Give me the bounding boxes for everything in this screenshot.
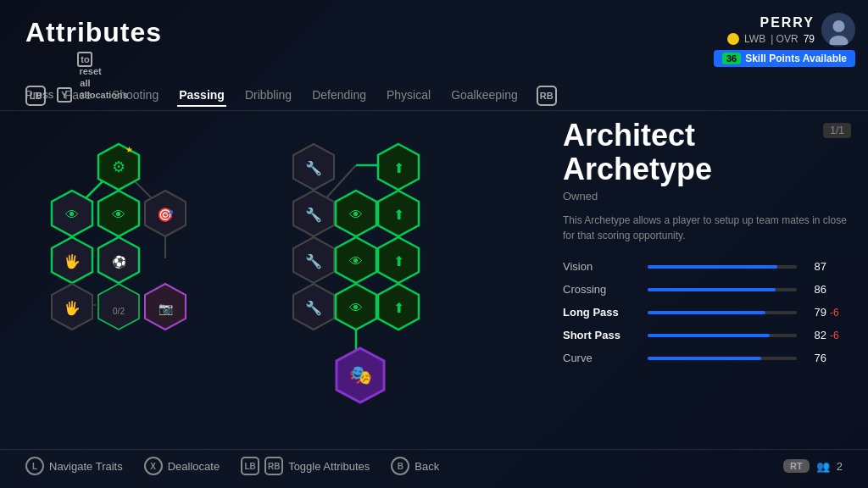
left-node-4[interactable]: 🖐 — [50, 236, 94, 288]
stat-label-longpass: Long Pass — [563, 306, 639, 319]
b-button[interactable]: B — [391, 457, 409, 475]
stat-label-vision: Vision — [563, 260, 639, 273]
bottom-right-controls: RT 👥 2 — [783, 459, 843, 473]
svg-point-1 — [829, 36, 848, 45]
l-button[interactable]: L — [25, 457, 44, 475]
separator-bottom — [0, 449, 868, 450]
stat-modifier-shortpass: -6 — [830, 330, 851, 341]
control-deallocate: X Deallocate — [144, 457, 220, 475]
svg-text:👁: 👁 — [349, 208, 363, 222]
stat-label-curve: Curve — [563, 352, 639, 364]
stat-bar-crossing-bg — [648, 288, 797, 291]
tab-defending[interactable]: Defending — [310, 85, 368, 107]
svg-text:🖐: 🖐 — [64, 300, 81, 316]
svg-text:★: ★ — [125, 145, 133, 154]
stat-bar-shortpass-bg — [648, 334, 797, 337]
stat-value-vision: 87 — [805, 260, 826, 273]
left-bottom-1[interactable]: 🖐 — [50, 282, 94, 335]
stat-bar-longpass — [648, 311, 765, 314]
stat-value-shortpass: 82 — [805, 329, 826, 341]
lb-button[interactable]: LB — [25, 86, 46, 106]
archetype-title: Architect Archetype — [563, 119, 851, 186]
svg-text:🖐: 🖐 — [64, 253, 81, 269]
left-node-3[interactable]: 🎯 — [143, 189, 187, 241]
left-top-node[interactable]: ⚙ ★ — [97, 142, 141, 195]
right-node-row3-2[interactable]: 👁 — [334, 236, 378, 288]
right-node-row4-3[interactable]: ⬆ — [376, 282, 420, 335]
player-avatar — [821, 13, 855, 47]
svg-text:⬆: ⬆ — [393, 208, 404, 222]
svg-text:⚽: ⚽ — [112, 255, 127, 269]
stat-bar-curve — [648, 357, 761, 360]
skill-points-label: Skill Points Available — [745, 53, 847, 64]
bottom-bar: L Navigate Traits X Deallocate LB RB Tog… — [25, 457, 843, 475]
left-node-5[interactable]: ⚽ — [97, 236, 141, 288]
svg-text:👁: 👁 — [349, 254, 363, 269]
stat-bar-longpass-bg — [648, 311, 797, 314]
ovr-label: | OVR — [771, 33, 798, 45]
stat-label-shortpass: Short Pass — [563, 329, 639, 341]
player-card: PERRY LWB | OVR 79 36 Skill Points Avail… — [714, 13, 855, 67]
right-top-left[interactable]: 🔧 — [292, 142, 336, 195]
right-node-row4-1[interactable]: 🔧 — [292, 282, 336, 335]
special-node[interactable]: 🎭 — [334, 346, 387, 408]
back-label: Back — [415, 460, 439, 473]
svg-text:0/2: 0/2 — [113, 307, 125, 316]
stat-bar-crossing — [648, 288, 776, 291]
left-node-2[interactable]: 👁 — [97, 189, 141, 241]
lb-button-bottom[interactable]: LB — [241, 457, 259, 475]
right-top-right[interactable]: ⬆ — [376, 142, 420, 195]
tab-dribbling[interactable]: Dribbling — [243, 85, 293, 107]
people-count: 2 — [837, 460, 843, 473]
skill-tree: ⚙ ★ 👁 👁 🎯 🖐 ⚽ — [25, 119, 551, 458]
right-node-row4-2[interactable]: 👁 — [334, 282, 378, 335]
archetype-description: This Archetype allows a player to setup … — [563, 213, 851, 243]
nav-tabs[interactable]: LB Pace Shooting Passing Dribbling Defen… — [25, 85, 557, 107]
x-button[interactable]: X — [144, 457, 163, 475]
stat-vision: Vision 87 — [563, 260, 851, 273]
stat-crossing: Crossing 86 — [563, 283, 851, 296]
svg-text:🎭: 🎭 — [349, 363, 373, 386]
svg-text:⚙: ⚙ — [112, 158, 125, 175]
skill-points-bar: 36 Skill Points Available — [714, 50, 855, 67]
svg-text:⬆: ⬆ — [393, 161, 404, 175]
control-toggle: LB RB Toggle Attributes — [241, 457, 370, 475]
svg-text:⬆: ⬆ — [393, 254, 404, 269]
right-node-row2-3[interactable]: ⬆ — [376, 189, 420, 241]
stat-bar-vision — [648, 265, 777, 269]
stat-longpass: Long Pass 79 -6 — [563, 306, 851, 319]
rb-button-bottom[interactable]: RB — [264, 457, 283, 475]
left-node-1[interactable]: 👁 — [50, 189, 94, 241]
tab-shooting[interactable]: Shooting — [110, 85, 160, 107]
stat-modifier-longpass: -6 — [830, 307, 851, 319]
svg-text:⬆: ⬆ — [393, 301, 404, 315]
left-bottom-2[interactable]: 📷 — [143, 282, 187, 335]
svg-text:🔧: 🔧 — [305, 253, 322, 269]
tab-passing[interactable]: Passing — [177, 85, 226, 107]
tab-physical[interactable]: Physical — [385, 85, 432, 107]
stat-value-longpass: 79 — [805, 306, 826, 319]
left-counter-node[interactable]: 0/2 — [97, 282, 141, 335]
stat-shortpass: Short Pass 82 -6 — [563, 329, 851, 341]
subtitle-text: to reset all allocations — [77, 52, 92, 67]
svg-text:🔧: 🔧 — [305, 207, 322, 223]
right-node-row2-2[interactable]: 👁 — [334, 189, 378, 241]
tab-goalkeeping[interactable]: Goalkeeping — [449, 85, 520, 107]
control-navigate: L Navigate Traits — [25, 457, 123, 475]
right-node-row3-3[interactable]: ⬆ — [376, 236, 420, 288]
rt-button[interactable]: RT — [783, 459, 810, 473]
right-node-row2-1[interactable]: 🔧 — [292, 189, 336, 241]
svg-text:🎯: 🎯 — [157, 207, 174, 223]
fraction-badge: 1/1 — [823, 123, 851, 138]
toggle-label: Toggle Attributes — [288, 460, 370, 473]
right-node-row3-1[interactable]: 🔧 — [292, 236, 336, 288]
svg-text:👁: 👁 — [65, 208, 79, 222]
player-details: LWB | OVR 79 — [727, 33, 815, 45]
rb-button[interactable]: RB — [537, 86, 557, 106]
player-info: PERRY LWB | OVR 79 — [727, 13, 855, 47]
coin-icon — [727, 33, 739, 45]
svg-text:👁: 👁 — [349, 301, 363, 315]
control-back: B Back — [391, 457, 439, 475]
skill-points-count: 36 — [722, 53, 741, 64]
tab-pace[interactable]: Pace — [63, 85, 93, 107]
